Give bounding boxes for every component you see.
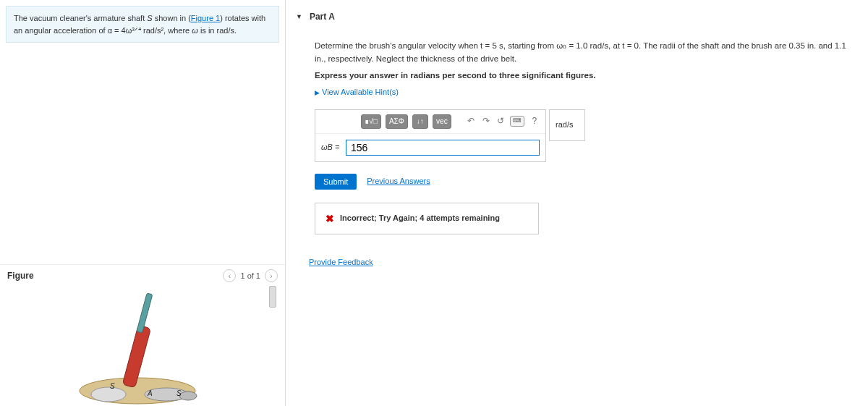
vector-button[interactable]: vec <box>433 114 451 129</box>
units-label: rad/s <box>549 109 585 141</box>
figure-image: S A S <box>0 286 285 406</box>
caret-down-icon: ▼ <box>296 13 302 20</box>
pager-prev-button[interactable]: ‹ <box>223 269 236 282</box>
left-column: The vacuum cleaner's armature shaft S sh… <box>0 0 286 406</box>
previous-answers-link[interactable]: Previous Answers <box>367 175 430 188</box>
undo-icon[interactable]: ↶ <box>466 116 477 127</box>
svg-point-5 <box>179 392 197 400</box>
answer-input[interactable] <box>346 140 540 156</box>
feedback-box: ✖ Incorrect; Try Again; 4 attempts remai… <box>315 203 539 234</box>
submit-button[interactable]: Submit <box>315 174 357 190</box>
reset-icon[interactable]: ↺ <box>495 116 506 127</box>
caret-right-icon: ▶ <box>315 88 320 98</box>
shaft-var: S <box>147 14 152 22</box>
text: . <box>234 26 237 35</box>
text: shown in ( <box>153 14 191 22</box>
part-title: Part A <box>310 12 335 22</box>
omega-var: ω <box>192 26 198 35</box>
template-button[interactable]: ∎√□ <box>361 114 381 129</box>
pager-next-button[interactable]: › <box>265 269 278 282</box>
question-body: Determine the brush's angular velocity w… <box>296 39 858 269</box>
submit-row: Submit Previous Answers <box>315 174 858 190</box>
svg-point-3 <box>91 387 126 402</box>
redo-icon[interactable]: ↷ <box>480 116 491 127</box>
alpha-equation: α = 4ω³ᐟ⁴ rad/s² <box>108 26 163 35</box>
svg-text:S: S <box>110 382 115 390</box>
figure-pager: ‹ 1 of 1 › <box>223 269 278 282</box>
view-hints-link[interactable]: ▶ View Available Hint(s) <box>315 86 399 99</box>
text: , where <box>163 26 192 35</box>
fraction-button[interactable]: ↓↑ <box>412 114 428 129</box>
figure-link[interactable]: Figure 1 <box>191 14 220 22</box>
part-header[interactable]: ▼ Part A <box>296 12 858 22</box>
hints-label: View Available Hint(s) <box>322 86 399 99</box>
answer-input-row: ωB = <box>315 133 545 161</box>
provide-feedback-link[interactable]: Provide Feedback <box>309 256 373 269</box>
right-column: ▼ Part A Determine the brush's angular v… <box>286 0 868 281</box>
incorrect-icon: ✖ <box>326 211 334 227</box>
units: rad/s <box>217 26 234 35</box>
figure-header: Figure ‹ 1 of 1 › <box>0 264 285 287</box>
greek-button[interactable]: ΑΣΦ <box>386 114 408 129</box>
keyboard-icon[interactable]: ⌨ <box>510 116 524 127</box>
question-text: Determine the brush's angular velocity w… <box>315 39 858 66</box>
problem-statement: The vacuum cleaner's armature shaft S sh… <box>6 6 279 43</box>
svg-text:S: S <box>176 389 182 397</box>
figure-label: Figure <box>7 271 34 281</box>
question-instruction: Express your answer in radians per secon… <box>315 69 858 82</box>
answer-prefix: ωB = <box>321 141 341 154</box>
equation-toolbar: ∎√□ ΑΣΦ ↓↑ vec ↶ ↷ ↺ ⌨ ? <box>315 110 545 133</box>
help-icon[interactable]: ? <box>529 116 540 127</box>
figure-scroll-handle[interactable] <box>269 286 276 308</box>
feedback-text: Incorrect; Try Again; 4 attempts remaini… <box>340 212 500 225</box>
pager-text: 1 of 1 <box>240 271 260 280</box>
text: is in <box>198 26 217 35</box>
svg-text:A: A <box>147 389 153 397</box>
text: The vacuum cleaner's armature shaft <box>14 14 147 22</box>
answer-area: ∎√□ ΑΣΦ ↓↑ vec ↶ ↷ ↺ ⌨ ? ωB = <box>315 109 546 162</box>
